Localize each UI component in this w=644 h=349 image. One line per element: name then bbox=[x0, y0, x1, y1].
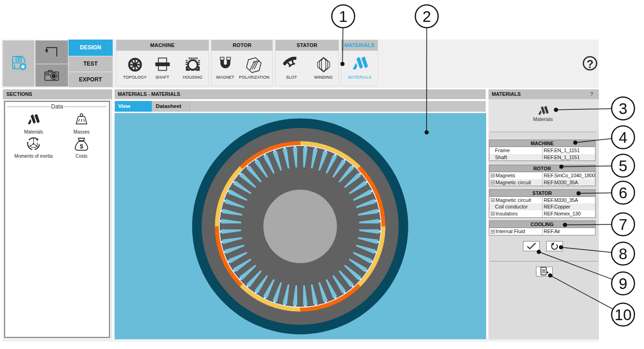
svg-text:8: 8 bbox=[619, 245, 627, 262]
svg-text:1: 1 bbox=[339, 8, 347, 25]
svg-text:6: 6 bbox=[619, 184, 627, 201]
svg-text:2: 2 bbox=[422, 8, 431, 25]
svg-text:5: 5 bbox=[619, 157, 627, 174]
svg-text:7: 7 bbox=[619, 216, 627, 233]
svg-text:10: 10 bbox=[615, 306, 632, 323]
svg-text:4: 4 bbox=[619, 129, 627, 146]
svg-text:9: 9 bbox=[619, 275, 627, 292]
svg-text:3: 3 bbox=[619, 100, 627, 117]
